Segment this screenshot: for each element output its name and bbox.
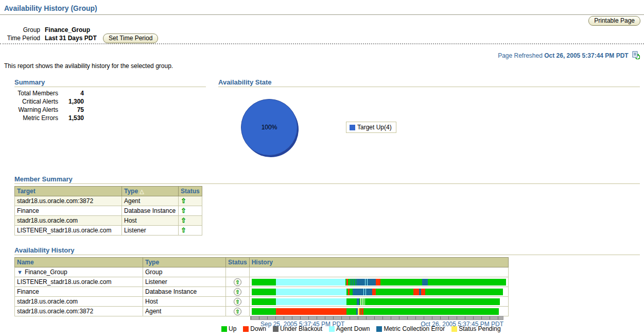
bar-segment-up (425, 289, 503, 295)
summary-row-label: Critical Alerts (4, 98, 58, 105)
status-up-icon[interactable]: ⇧ (234, 298, 241, 306)
column-header-target[interactable]: Target (15, 187, 122, 196)
summary-row-value: 4 (59, 90, 84, 97)
legend-item-up: Up (221, 325, 236, 332)
status-up-icon[interactable]: ⇧ (234, 278, 241, 286)
bar-segment-metric_error (353, 289, 362, 295)
type-cell: Group (143, 267, 226, 277)
bar-segment-down (372, 289, 376, 295)
expand-collapse-icon[interactable]: ▼ (17, 269, 23, 275)
page-refreshed-label: Page Refreshed (498, 52, 543, 59)
status-up-icon[interactable]: ⇧ (181, 226, 186, 234)
status-cell: ⇧ (226, 287, 250, 297)
pie-percent-label: 100% (241, 124, 297, 131)
group-label: Group (0, 26, 40, 33)
member-summary-rule (14, 183, 640, 184)
availability-pie-chart: 100% (241, 99, 298, 156)
status-cell: ⇧ (226, 297, 250, 307)
member-summary-heading: Member Summary (14, 175, 73, 183)
availability-history-rule (14, 255, 640, 255)
status-up-icon[interactable]: ⇧ (234, 288, 241, 296)
summary-row: Critical Alerts1,300 (4, 98, 86, 106)
bar-segment-up (252, 298, 276, 305)
type-cell: Agent (143, 307, 226, 316)
bar-segment-up (365, 298, 500, 305)
history-cell (249, 297, 508, 307)
availability-history-table: NameTypeStatusHistory▼Finance_GroupGroup… (14, 257, 509, 316)
member-row: stadr18.us.oracle.com:3872Agent⇧ (15, 307, 509, 316)
summary-row: Total Members4 (4, 90, 86, 98)
legend-label: Up (229, 325, 236, 332)
page-title: Availability History (Group) (4, 4, 97, 12)
history-legend: UpDownUnder BlackoutAgent DownMetric Col… (221, 325, 501, 332)
type-cell: Host (122, 216, 179, 226)
member-row: LISTENER_stadr18.us.oracle.comListener⇧ (15, 277, 509, 287)
column-header-name[interactable]: Name (15, 258, 143, 267)
page-refreshed-value: Oct 26, 2005 5:37:44 PM PDT (544, 52, 628, 59)
set-time-period-button[interactable]: Set Time Period (103, 33, 158, 43)
target-cell: LISTENER_stadr18.us.oracle.com (15, 226, 122, 236)
summary-row-label: Metric Errors (4, 114, 58, 122)
bar-segment-up (363, 308, 499, 315)
availability-state-rule (218, 87, 640, 87)
time-period-value: Last 31 Days PDT (45, 35, 97, 42)
member-row: FinanceDatabase Instance⇧ (15, 287, 509, 297)
legend-swatch-blackout (273, 326, 279, 332)
legend-item-agent_down: Agent Down (329, 325, 370, 332)
bar-segment-down (276, 308, 346, 315)
summary-heading: Summary (14, 78, 45, 86)
bar-segment-up (428, 279, 506, 285)
bar-segment-metric_error (367, 289, 372, 295)
status-cell: ⇧ (226, 307, 250, 316)
availability-history-page: Availability History (Group) Printable P… (0, 0, 644, 336)
status-up-icon[interactable]: ⇧ (181, 207, 186, 214)
member-row: stadr18.us.oracle.comHost⇧ (15, 297, 509, 307)
timeline-ruler (250, 316, 503, 320)
bar-segment-down (376, 279, 380, 285)
type-cell: Database Instance (143, 287, 226, 297)
bar-segment-up (346, 298, 357, 305)
target-cell: stadr18.us.oracle.com (15, 216, 122, 226)
column-header-type[interactable]: Type (143, 258, 226, 267)
type-cell: Database Instance (122, 206, 179, 216)
bar-segment-up (346, 308, 356, 315)
legend-swatch-up (221, 326, 227, 332)
bar-segment-mix_bc (363, 279, 369, 285)
legend-item-down: Down (243, 325, 266, 332)
legend-label: Metric Collection Error (384, 325, 445, 332)
dotted-separator (0, 43, 644, 44)
history-bar (252, 298, 500, 305)
status-up-icon[interactable]: ⇧ (181, 197, 186, 205)
legend-swatch-pending (451, 326, 457, 332)
title-divider (0, 14, 644, 15)
column-header-status[interactable]: Status (179, 187, 202, 196)
group-value: Finance_Group (45, 26, 90, 33)
availability-state-heading: Availability State (218, 78, 272, 86)
group-row: ▼Finance_GroupGroup (15, 267, 509, 277)
status-up-icon[interactable]: ⇧ (181, 216, 186, 224)
bar-segment-agent_down (276, 279, 345, 285)
column-header-history[interactable]: History (249, 258, 508, 267)
bar-segment-agent_down (276, 298, 346, 305)
table-row: stadr18.us.oracle.comHost⇧ (15, 216, 202, 226)
legend-item-metric_error: Metric Collection Error (376, 325, 445, 332)
table-row: FinanceDatabase Instance⇧ (15, 206, 202, 216)
column-header-status[interactable]: Status (226, 258, 250, 267)
refresh-icon[interactable] (632, 51, 640, 61)
summary-row-label: Warning Alerts (4, 106, 58, 113)
legend-label: Agent Down (336, 325, 370, 332)
history-cell (249, 287, 508, 297)
type-cell: Agent (122, 196, 179, 206)
summary-rule (14, 87, 206, 87)
report-description: This report shows the avilability histor… (4, 62, 173, 70)
column-header-type[interactable]: Type△ (122, 187, 179, 196)
bar-segment-metric_error (369, 279, 376, 285)
table-row: LISTENER_stadr18.us.oracle.comListener⇧ (15, 226, 202, 236)
printable-page-button[interactable]: Printable Page (588, 16, 640, 26)
bar-segment-up (252, 308, 276, 315)
summary-row: Warning Alerts75 (4, 106, 86, 114)
type-cell: Listener (122, 226, 179, 236)
history-cell (249, 307, 508, 316)
member-summary-table: TargetType△Statusstadr18.us.oracle.com:3… (14, 186, 202, 236)
status-up-icon[interactable]: ⇧ (234, 308, 241, 315)
